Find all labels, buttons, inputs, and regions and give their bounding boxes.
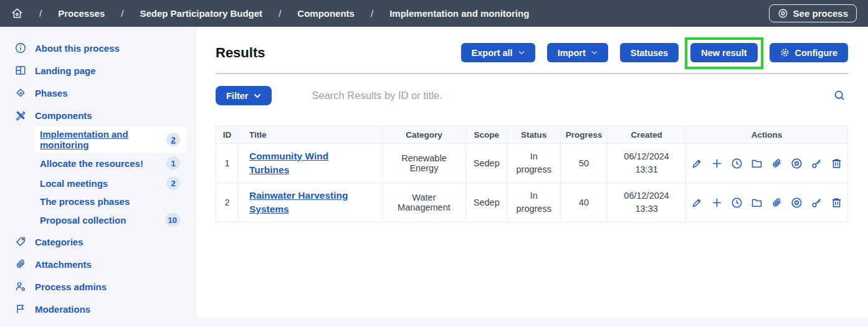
column-header-scope[interactable]: Scope — [465, 126, 507, 144]
export-all-button[interactable]: Export all — [461, 43, 535, 62]
breadcrumb-current-component[interactable]: Implementation and monitoring — [389, 8, 529, 19]
column-header-created[interactable]: Created — [608, 126, 686, 144]
edit-icon[interactable] — [691, 197, 703, 209]
subitem-label: The process phases — [40, 196, 130, 207]
sidebar-item-attachments[interactable]: Attachments — [0, 253, 195, 275]
sidebar-item-moderations[interactable]: Moderations — [0, 298, 195, 320]
cell-scope: Sedep — [465, 183, 507, 222]
plus-icon[interactable] — [711, 197, 723, 209]
cell-id: 1 — [216, 144, 239, 183]
user-gear-icon — [15, 281, 26, 292]
process-sidebar: About this process Landing page Phases — [0, 27, 195, 327]
result-title-link[interactable]: Community Wind Turbines — [249, 149, 371, 178]
row-actions — [691, 197, 842, 209]
sidebar-item-about[interactable]: About this process — [0, 37, 195, 59]
cell-progress: 50 — [560, 144, 608, 183]
new-result-label: New result — [701, 48, 746, 58]
sidebar-item-phases[interactable]: Phases — [0, 82, 195, 104]
cell-status: In progress — [515, 189, 553, 216]
plus-icon[interactable] — [711, 158, 723, 169]
results-toolbar: Export all Import Statuses — [461, 43, 848, 62]
import-button[interactable]: Import — [547, 43, 608, 62]
breadcrumb-process-name[interactable]: Sedep Participatory Budget — [140, 8, 262, 19]
column-header-title[interactable]: Title — [238, 126, 382, 144]
paperclip-icon[interactable] — [771, 158, 783, 169]
info-icon — [15, 42, 26, 54]
paperclip-icon[interactable] — [771, 197, 783, 209]
breadcrumb-separator: / — [121, 8, 123, 19]
column-header-progress[interactable]: Progress — [560, 126, 608, 144]
sidebar-item-label: Phases — [35, 88, 68, 98]
gear-icon — [780, 48, 789, 57]
sidebar-item-categories[interactable]: Categories — [0, 230, 195, 253]
result-title-link[interactable]: Rainwater Harvesting Systems — [249, 189, 371, 217]
sidebar-item-landing-page[interactable]: Landing page — [0, 59, 195, 82]
chevron-down-icon — [591, 50, 598, 55]
clock-icon[interactable] — [731, 197, 743, 209]
column-header-status[interactable]: Status — [507, 126, 560, 144]
table-row: 2 Rainwater Harvesting Systems Water Man… — [216, 183, 848, 222]
folder-icon[interactable] — [751, 158, 763, 169]
search-input[interactable] — [312, 90, 831, 102]
clock-icon[interactable] — [731, 158, 743, 169]
statuses-button[interactable]: Statuses — [620, 43, 679, 62]
eye-icon — [778, 8, 788, 19]
count-badge: 1 — [166, 156, 180, 170]
sidebar-item-components[interactable]: Components — [0, 104, 195, 126]
page-title: Results — [216, 45, 265, 61]
sidebar-item-process-admins[interactable]: Process admins — [0, 275, 195, 298]
search-icon[interactable] — [831, 87, 848, 104]
home-gear-icon[interactable] — [11, 7, 23, 19]
new-result-button[interactable]: New result — [690, 43, 757, 62]
layout-grid-icon — [15, 65, 26, 76]
eye-icon[interactable] — [791, 197, 803, 209]
results-panel: Results Export all Import Statuses — [195, 27, 868, 317]
subitem-label: Implementation and monitoring — [40, 129, 166, 150]
breadcrumb-separator: / — [279, 8, 281, 19]
see-process-button[interactable]: See process — [769, 4, 857, 22]
breadcrumb-separator: / — [39, 8, 42, 19]
eye-icon[interactable] — [791, 158, 803, 169]
folder-icon[interactable] — [751, 197, 763, 209]
delete-icon[interactable] — [831, 197, 842, 209]
key-icon[interactable] — [811, 197, 823, 209]
table-header-row: ID Title Category Scope Status Progress … — [216, 126, 848, 144]
sidebar-subitem-local-meetings[interactable]: Local meetings 2 — [35, 174, 186, 192]
subitem-label: Allocate the resources! — [40, 158, 143, 169]
count-badge: 10 — [165, 213, 180, 227]
filter-button[interactable]: Filter — [216, 86, 272, 105]
column-header-category[interactable]: Category — [383, 126, 466, 144]
sidebar-subitem-allocate-the-resources[interactable]: Allocate the resources! 1 — [35, 154, 186, 173]
breadcrumb-separator: / — [371, 8, 373, 19]
breadcrumb-processes[interactable]: Processes — [58, 8, 105, 19]
count-badge: 2 — [166, 176, 180, 190]
sidebar-subitem-the-process-phases[interactable]: The process phases — [35, 194, 186, 209]
cell-created-time: 13:33 — [613, 202, 680, 216]
row-actions — [691, 158, 842, 169]
key-icon[interactable] — [811, 158, 823, 169]
sidebar-subitem-implementation-and-monitoring[interactable]: Implementation and monitoring 2 — [35, 126, 186, 153]
sidebar-item-label: Components — [35, 110, 92, 121]
tools-icon — [15, 110, 26, 121]
import-label: Import — [558, 48, 586, 58]
breadcrumb: / Processes / Sedep Participatory Budget… — [11, 7, 529, 19]
route-icon — [15, 87, 26, 98]
chevron-down-icon — [518, 50, 525, 55]
configure-button[interactable]: Configure — [770, 43, 848, 62]
cell-category: Water Management — [383, 183, 466, 222]
export-all-label: Export all — [472, 48, 513, 58]
column-header-actions: Actions — [686, 126, 848, 144]
cell-created-date: 06/12/2024 — [613, 189, 680, 202]
tag-icon — [15, 236, 26, 247]
breadcrumb-components[interactable]: Components — [297, 8, 355, 19]
cell-scope: Sedep — [465, 144, 507, 183]
sidebar-item-label: Categories — [35, 237, 83, 247]
delete-icon[interactable] — [831, 158, 842, 169]
column-header-id[interactable]: ID — [216, 126, 239, 144]
components-sub-list: Implementation and monitoring 2 Allocate… — [35, 126, 186, 229]
subitem-label: Proposal collection — [40, 215, 126, 225]
count-badge: 2 — [166, 133, 180, 146]
admin-topbar: / Processes / Sedep Participatory Budget… — [0, 0, 868, 27]
sidebar-subitem-proposal-collection[interactable]: Proposal collection 10 — [35, 211, 186, 229]
edit-icon[interactable] — [691, 158, 703, 169]
